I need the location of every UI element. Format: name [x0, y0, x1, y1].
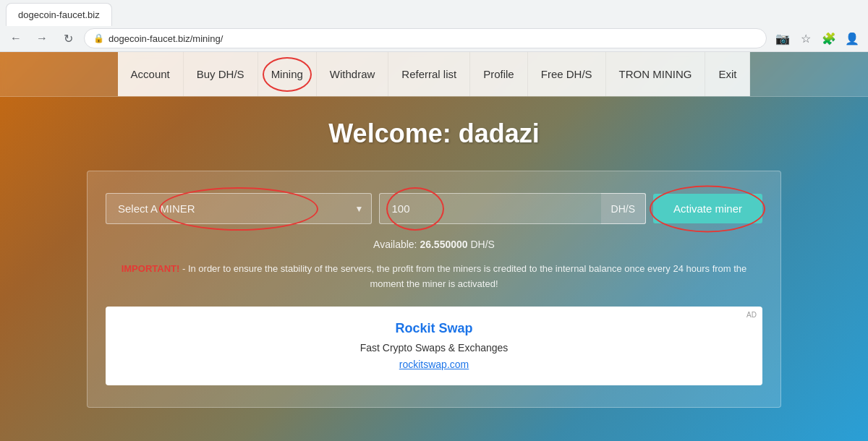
forward-button[interactable]: →	[32, 28, 52, 48]
available-amount: 26.550000	[420, 239, 467, 250]
page-content: Account Buy DH/S Mining Withdraw Referra…	[0, 52, 868, 441]
nav-account[interactable]: Account	[118, 52, 184, 96]
main-nav: Account Buy DH/S Mining Withdraw Referra…	[0, 52, 868, 97]
ad-title: Rockit Swap	[120, 321, 748, 336]
important-label: IMPORTANT!	[122, 263, 180, 274]
activate-wrapper: Activate miner	[653, 194, 762, 223]
available-label: Available:	[373, 239, 417, 250]
main-card: Select A MINER ▼ DH/S Activate miner	[87, 171, 781, 408]
browser-tabs: dogecoin-faucet.biz	[0, 0, 868, 26]
camera-off-icon[interactable]: 📷	[773, 28, 793, 48]
miner-row: Select A MINER ▼ DH/S Activate miner	[106, 193, 762, 224]
activate-miner-button[interactable]: Activate miner	[653, 194, 762, 223]
browser-tab[interactable]: dogecoin-faucet.biz	[6, 3, 112, 26]
miner-select-wrapper: Select A MINER ▼	[106, 193, 372, 224]
nav-free-dhs[interactable]: Free DH/S	[528, 52, 606, 96]
nav-exit[interactable]: Exit	[705, 52, 750, 96]
mining-circle-highlight	[263, 57, 312, 92]
available-unit: DH/S	[470, 239, 494, 250]
amount-wrapper: DH/S	[379, 193, 645, 224]
important-text: - In order to ensure the stability of th…	[182, 263, 746, 289]
important-notice: IMPORTANT! - In order to ensure the stab…	[106, 262, 762, 292]
available-text: Available: 26.550000 DH/S	[106, 239, 762, 250]
nav-withdraw[interactable]: Withdraw	[317, 52, 389, 96]
welcome-title: Welcome: dadazi	[328, 119, 539, 149]
nav-referral-list[interactable]: Referral list	[388, 52, 470, 96]
profile-icon[interactable]: 👤	[842, 28, 862, 48]
ad-label: AD	[746, 311, 757, 319]
back-button[interactable]: ←	[6, 28, 26, 48]
address-text: dogecoin-faucet.biz/mining/	[109, 33, 223, 44]
ad-banner: AD Rockit Swap Fast Crypto Swaps & Excha…	[106, 307, 762, 385]
address-bar[interactable]: 🔒 dogecoin-faucet.biz/mining/	[84, 28, 767, 48]
dhs-unit-label: DH/S	[601, 193, 646, 224]
toolbar-icons: 📷 ☆ 🧩 👤	[773, 28, 862, 48]
bookmark-icon[interactable]: ☆	[796, 28, 816, 48]
nav-tron-mining[interactable]: TRON MINING	[606, 52, 706, 96]
nav-links: Account Buy DH/S Mining Withdraw Referra…	[0, 52, 868, 96]
browser-toolbar: ← → ↻ 🔒 dogecoin-faucet.biz/mining/ 📷 ☆ …	[0, 26, 868, 52]
main-area: Welcome: dadazi Select A MINER ▼ DH/S	[0, 97, 868, 429]
nav-profile[interactable]: Profile	[470, 52, 528, 96]
lock-icon: 🔒	[93, 33, 104, 43]
ad-subtitle: Fast Crypto Swaps & Exchanges	[120, 342, 748, 354]
extensions-icon[interactable]: 🧩	[819, 28, 839, 48]
nav-mining[interactable]: Mining	[258, 52, 317, 96]
browser-chrome: dogecoin-faucet.biz ← → ↻ 🔒 dogecoin-fau…	[0, 0, 868, 52]
reload-button[interactable]: ↻	[58, 28, 78, 48]
miner-select[interactable]: Select A MINER	[106, 193, 372, 224]
nav-buy-dhs[interactable]: Buy DH/S	[184, 52, 258, 96]
ad-link[interactable]: rockitswap.com	[399, 359, 469, 370]
